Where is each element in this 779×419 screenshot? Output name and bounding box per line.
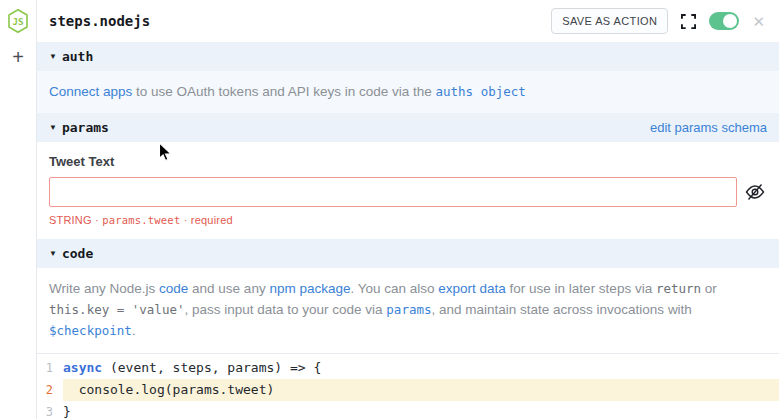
text-part: and use any: [188, 281, 269, 296]
toggle-knob: [723, 14, 737, 28]
code-line[interactable]: 1async (event, steps, params) => {: [37, 357, 779, 379]
text-part: . You can also: [350, 281, 438, 296]
text-part: .: [132, 323, 136, 338]
line-number: 3: [37, 401, 53, 419]
text-part: , pass input data to your code via: [184, 302, 386, 317]
eye-slash-icon[interactable]: [745, 182, 765, 202]
header-actions: SAVE AS ACTION ✕: [551, 8, 765, 34]
section-label-code: code: [62, 246, 93, 261]
nodejs-logo-icon: JS: [6, 8, 30, 34]
code-line-text: console.log(params.tweet): [63, 379, 779, 401]
section-label-auth: auth: [62, 49, 93, 64]
step-header: steps.nodejs SAVE AS ACTION ✕: [37, 0, 779, 42]
step-editor-panel: JS + steps.nodejs SAVE AS ACTION ✕ ▼: [0, 0, 779, 419]
code-editor[interactable]: 1async (event, steps, params) => {2 cons…: [37, 353, 779, 419]
tweet-text-input-row: [49, 177, 765, 207]
section-header-params[interactable]: ▼ params edit params schema: [37, 113, 779, 142]
auth-description: Connect apps to use OAuth tokens and API…: [37, 71, 779, 113]
code-token: console.log(params.tweet): [63, 382, 274, 397]
inline-link[interactable]: npm package: [269, 281, 350, 296]
section-header-code[interactable]: ▼ code: [37, 239, 779, 268]
section-header-auth[interactable]: ▼ auth: [37, 42, 779, 71]
inline-link[interactable]: $checkpoint: [49, 323, 132, 338]
params-body: Tweet Text STRING · params.tweet · requi…: [37, 142, 779, 239]
code-line-text: async (event, steps, params) => {: [63, 357, 779, 379]
text-part: required: [191, 214, 233, 226]
inline-link[interactable]: auths object: [436, 84, 526, 99]
code-token: async: [63, 360, 102, 375]
edit-params-schema-link[interactable]: edit params schema: [650, 120, 767, 135]
code-description: Write any Node.js code and use any npm p…: [37, 268, 779, 353]
step-enabled-toggle[interactable]: [709, 12, 739, 30]
inline-link[interactable]: Connect apps: [49, 84, 132, 99]
add-step-button[interactable]: +: [12, 47, 24, 67]
text-part: or: [701, 281, 717, 296]
code-token: }: [63, 404, 71, 419]
field-label-tweet-text: Tweet Text: [49, 154, 765, 169]
text-part: this.key = 'value': [49, 302, 184, 317]
tweet-text-input[interactable]: [49, 177, 737, 207]
inline-link[interactable]: params: [386, 302, 431, 317]
left-rail: JS +: [0, 0, 37, 419]
save-as-action-button[interactable]: SAVE AS ACTION: [551, 8, 668, 34]
collapse-caret-icon: ▼: [49, 249, 57, 258]
field-meta: STRING · params.tweet · required: [49, 214, 765, 226]
text-part: params.tweet: [102, 214, 180, 226]
main-panel: steps.nodejs SAVE AS ACTION ✕ ▼ auth Con…: [37, 0, 779, 419]
inline-link[interactable]: export data: [438, 281, 506, 296]
collapse-caret-icon: ▼: [49, 123, 57, 132]
text-part: , and maintain state across invocations …: [432, 302, 692, 317]
section-label-params: params: [62, 120, 109, 135]
text-part: STRING: [49, 214, 92, 226]
line-number: 1: [37, 357, 53, 379]
svg-text:JS: JS: [13, 17, 24, 27]
text-part: ·: [180, 214, 190, 226]
line-number: 2: [37, 379, 53, 401]
inline-link[interactable]: code: [159, 281, 188, 296]
code-line[interactable]: 2 console.log(params.tweet): [37, 379, 779, 401]
collapse-caret-icon: ▼: [49, 52, 57, 61]
code-token: (event, steps, params) => {: [102, 360, 321, 375]
step-title: steps.nodejs: [49, 13, 150, 29]
text-part: return: [656, 281, 701, 296]
code-line-text: }: [63, 401, 779, 419]
text-part: Write any Node.js: [49, 281, 159, 296]
text-part: for use in later steps via: [506, 281, 656, 296]
text-part: to use OAuth tokens and API keys in code…: [132, 84, 435, 99]
fullscreen-icon[interactable]: [681, 14, 696, 29]
code-line[interactable]: 3}: [37, 401, 779, 419]
text-part: ·: [92, 214, 102, 226]
close-icon[interactable]: ✕: [752, 14, 765, 29]
